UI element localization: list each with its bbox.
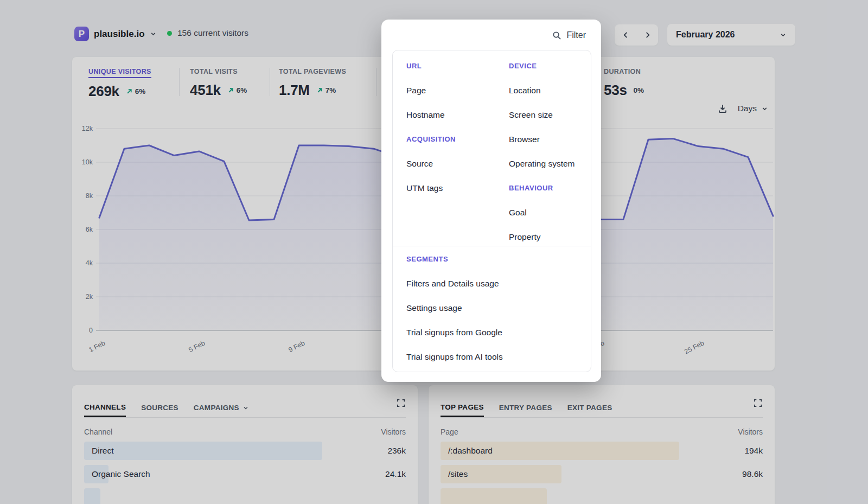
filter-menu-item-location[interactable]: Location [509,78,590,103]
filter-menu-item-browser[interactable]: Browser [509,127,590,151]
filter-menu-item-page[interactable]: Page [406,78,504,103]
filter-menu-item-goal[interactable]: Goal [509,200,590,225]
segment-item-settings-usage[interactable]: Settings usage [406,296,580,320]
filter-menu-left-column: URLPageHostnameACQUISITIONSourceUTM tags [406,54,504,200]
filter-section-title-acquisition: ACQUISITION [406,127,504,151]
filter-button-label: Filter [566,30,586,40]
filter-menu-right-column: DEVICELocationScreen sizeBrowserOperatin… [509,54,590,249]
dashboard-page: P plausible.io 156 current visitors Febr… [0,0,868,504]
filter-menu-item-source[interactable]: Source [406,151,504,176]
filter-section-title-segments: SEGMENTS [406,247,580,271]
filter-menu-item-hostname[interactable]: Hostname [406,103,504,127]
filter-menu: URLPageHostnameACQUISITIONSourceUTM tags… [392,50,591,372]
segment-item-trial-signups-from-google[interactable]: Trial signups from Google [406,320,580,344]
segment-item-trial-signups-from-ai-tools[interactable]: Trial signups from AI tools [406,344,580,369]
divider [393,246,591,246]
filter-menu-item-screen-size[interactable]: Screen size [509,103,590,127]
filter-section-title-url: URL [406,54,504,78]
segments-section: SEGMENTSFilters and Details usageSetting… [406,247,580,369]
filter-button[interactable]: Filter [552,30,586,40]
filter-modal: Filter URLPageHostnameACQUISITIONSourceU… [381,20,601,382]
filter-menu-item-operating-system[interactable]: Operating system [509,151,590,176]
segment-item-filters-and-details-usage[interactable]: Filters and Details usage [406,271,580,296]
search-icon [552,31,561,40]
filter-menu-item-utm-tags[interactable]: UTM tags [406,176,504,200]
filter-section-title-behaviour: BEHAVIOUR [509,176,590,200]
filter-section-title-device: DEVICE [509,54,590,78]
